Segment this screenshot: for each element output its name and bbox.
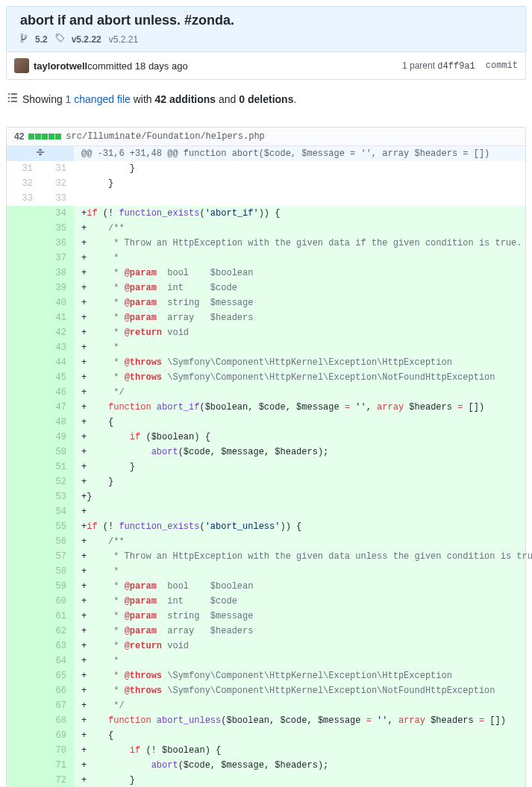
line-num-new[interactable]: 32	[40, 176, 74, 191]
line-num-old[interactable]: 32	[7, 176, 40, 191]
line-num-old[interactable]	[7, 683, 40, 698]
file-header: 42 src/Illuminate/Foundation/helpers.php	[7, 128, 525, 146]
line-num-new[interactable]: 69	[40, 728, 74, 743]
line-num-old[interactable]	[7, 295, 40, 310]
line-num-old[interactable]	[7, 758, 40, 773]
line-num-old[interactable]	[7, 474, 40, 489]
line-num-new[interactable]: 68	[40, 713, 74, 728]
line-num-old[interactable]	[7, 355, 40, 370]
line-num-old[interactable]: 31	[7, 161, 40, 176]
line-num-new[interactable]: 58	[40, 564, 74, 579]
line-num-old[interactable]	[7, 489, 40, 504]
line-num-new[interactable]: 33	[40, 191, 74, 206]
file-path[interactable]: src/Illuminate/Foundation/helpers.php	[66, 131, 264, 142]
diff-row: 53+}	[7, 489, 525, 504]
line-num-old[interactable]	[7, 668, 40, 683]
line-num-new[interactable]: 47	[40, 400, 74, 415]
line-num-new[interactable]: 36	[40, 236, 74, 251]
line-num-new[interactable]: 51	[40, 460, 74, 474]
line-num-old[interactable]	[7, 698, 40, 713]
line-num-old[interactable]	[7, 564, 40, 579]
changed-files-link[interactable]: 1 changed file	[66, 93, 131, 105]
line-num-old[interactable]	[7, 579, 40, 594]
line-num-new[interactable]: 46	[40, 385, 74, 400]
line-num-new[interactable]: 38	[40, 266, 74, 280]
line-num-new[interactable]: 34	[40, 206, 74, 221]
line-num-old[interactable]	[7, 430, 40, 445]
line-num-old[interactable]	[7, 280, 40, 295]
line-num-new[interactable]: 56	[40, 534, 74, 549]
expand-icon[interactable]	[7, 146, 74, 161]
line-num-new[interactable]: 61	[40, 609, 74, 624]
line-num-new[interactable]: 67	[40, 698, 74, 713]
line-num-new[interactable]: 39	[40, 280, 74, 295]
line-num-old[interactable]	[7, 609, 40, 624]
line-num-new[interactable]: 48	[40, 415, 74, 430]
line-num-old[interactable]	[7, 325, 40, 340]
line-num-old[interactable]	[7, 370, 40, 385]
line-num-new[interactable]: 64	[40, 653, 74, 668]
line-num-old[interactable]	[7, 400, 40, 415]
diff-row: 3232 }	[7, 176, 525, 191]
line-num-new[interactable]: 37	[40, 251, 74, 266]
line-num-old[interactable]	[7, 310, 40, 325]
line-num-old[interactable]	[7, 340, 40, 355]
line-num-old[interactable]	[7, 385, 40, 400]
line-num-new[interactable]: 53	[40, 489, 74, 504]
line-num-new[interactable]: 41	[40, 310, 74, 325]
line-num-new[interactable]: 55	[40, 519, 74, 534]
commit-link[interactable]: commit	[486, 60, 518, 71]
line-num-old[interactable]	[7, 445, 40, 460]
line-num-old[interactable]	[7, 415, 40, 430]
line-num-new[interactable]: 63	[40, 639, 74, 653]
line-num-old[interactable]	[7, 504, 40, 519]
line-num-new[interactable]: 60	[40, 594, 74, 609]
line-num-old[interactable]	[7, 639, 40, 653]
diff-row: 47+ function abort_if($boolean, $code, $…	[7, 400, 525, 415]
diff-row: 36+ * Throw an HttpException with the gi…	[7, 236, 525, 251]
tag-name[interactable]: v5.2.22	[72, 34, 101, 45]
line-num-new[interactable]: 49	[40, 430, 74, 445]
line-num-old[interactable]	[7, 713, 40, 728]
line-num-old[interactable]	[7, 251, 40, 266]
line-num-old[interactable]	[7, 236, 40, 251]
line-num-new[interactable]: 54	[40, 504, 74, 519]
line-num-new[interactable]: 65	[40, 668, 74, 683]
line-num-new[interactable]: 57	[40, 549, 74, 564]
line-num-old[interactable]	[7, 773, 40, 787]
line-num-new[interactable]: 45	[40, 370, 74, 385]
commit-title: abort if and abort unless. #zonda.	[20, 13, 519, 28]
line-num-old[interactable]	[7, 624, 40, 639]
line-num-new[interactable]: 52	[40, 474, 74, 489]
line-num-old[interactable]	[7, 594, 40, 609]
line-num-new[interactable]: 59	[40, 579, 74, 594]
line-num-new[interactable]: 66	[40, 683, 74, 698]
line-num-old[interactable]	[7, 266, 40, 280]
line-num-old[interactable]	[7, 221, 40, 236]
line-num-old[interactable]	[7, 653, 40, 668]
line-num-old[interactable]	[7, 206, 40, 221]
line-num-old[interactable]	[7, 460, 40, 474]
line-num-old[interactable]: 33	[7, 191, 40, 206]
parent-sha[interactable]: d4ff9a1	[437, 61, 475, 72]
line-num-old[interactable]	[7, 728, 40, 743]
line-num-new[interactable]: 43	[40, 340, 74, 355]
line-num-new[interactable]: 35	[40, 221, 74, 236]
line-num-old[interactable]	[7, 534, 40, 549]
line-num-new[interactable]: 44	[40, 355, 74, 370]
branch-name[interactable]: 5.2	[35, 34, 48, 45]
line-num-old[interactable]	[7, 549, 40, 564]
line-num-new[interactable]: 72	[40, 773, 74, 787]
line-num-new[interactable]: 70	[40, 743, 74, 758]
line-num-new[interactable]: 40	[40, 295, 74, 310]
line-num-new[interactable]: 31	[40, 161, 74, 176]
line-num-old[interactable]	[7, 519, 40, 534]
avatar[interactable]	[14, 58, 29, 73]
line-num-new[interactable]: 62	[40, 624, 74, 639]
file-list-icon[interactable]	[7, 92, 18, 106]
line-num-new[interactable]: 71	[40, 758, 74, 773]
author-link[interactable]: taylorotwell	[34, 60, 87, 72]
line-num-new[interactable]: 42	[40, 325, 74, 340]
line-num-old[interactable]	[7, 743, 40, 758]
line-num-new[interactable]: 50	[40, 445, 74, 460]
